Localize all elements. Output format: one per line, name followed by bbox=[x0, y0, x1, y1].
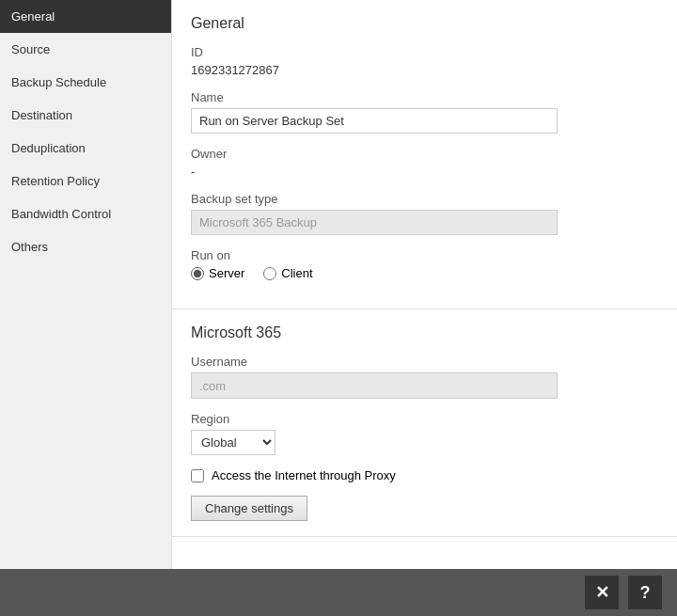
region-label: Region bbox=[191, 412, 658, 426]
name-label: Name bbox=[191, 90, 658, 104]
bottom-bar: ✕ ? bbox=[0, 569, 677, 616]
backup-set-type-field-group: Backup set type bbox=[191, 192, 658, 235]
help-button[interactable]: ? bbox=[628, 576, 662, 609]
region-select[interactable]: Global US EU Asia bbox=[191, 430, 276, 455]
close-button[interactable]: ✕ bbox=[585, 576, 619, 609]
run-on-client-option[interactable]: Client bbox=[263, 266, 312, 280]
proxy-checkbox[interactable] bbox=[191, 469, 204, 482]
sidebar-item-bandwidth-control[interactable]: Bandwidth Control bbox=[0, 197, 171, 230]
sidebar-item-backup-schedule[interactable]: Backup Schedule bbox=[0, 66, 171, 99]
id-field-group: ID 1692331272867 bbox=[191, 45, 658, 77]
sidebar-item-deduplication[interactable]: Deduplication bbox=[0, 132, 171, 165]
backup-set-type-label: Backup set type bbox=[191, 192, 658, 206]
run-on-radio-group: Server Client bbox=[191, 266, 658, 280]
run-on-client-radio[interactable] bbox=[263, 267, 276, 280]
name-input[interactable] bbox=[191, 108, 558, 134]
username-display: .com bbox=[191, 372, 558, 399]
backup-set-type-input bbox=[191, 210, 558, 235]
region-field-group: Region Global US EU Asia bbox=[191, 412, 658, 455]
username-field-group: Username .com bbox=[191, 355, 658, 399]
owner-value: - bbox=[191, 165, 658, 179]
id-label: ID bbox=[191, 45, 658, 59]
sidebar-item-source[interactable]: Source bbox=[0, 33, 171, 66]
run-on-server-label: Server bbox=[209, 266, 244, 280]
sidebar: General Source Backup Schedule Destinati… bbox=[0, 0, 172, 569]
run-on-field-group: Run on Server Client bbox=[191, 248, 658, 280]
run-on-client-label: Client bbox=[281, 266, 312, 280]
run-on-server-radio[interactable] bbox=[191, 267, 204, 280]
content-area: General ID 1692331272867 Name Owner - Ba… bbox=[172, 0, 677, 569]
username-label: Username bbox=[191, 355, 658, 369]
owner-field-group: Owner - bbox=[191, 147, 658, 179]
proxy-checkbox-group: Access the Internet through Proxy bbox=[191, 468, 658, 482]
username-suffix: .com bbox=[199, 379, 226, 393]
run-on-server-option[interactable]: Server bbox=[191, 266, 244, 280]
sidebar-item-general[interactable]: General bbox=[0, 0, 171, 33]
general-section: General ID 1692331272867 Name Owner - Ba… bbox=[172, 0, 677, 309]
microsoft365-section: Microsoft 365 Username .com Region Globa… bbox=[172, 309, 677, 537]
general-section-title: General bbox=[191, 15, 658, 32]
sidebar-item-others[interactable]: Others bbox=[0, 230, 171, 263]
microsoft365-section-title: Microsoft 365 bbox=[191, 324, 658, 341]
sidebar-item-retention-policy[interactable]: Retention Policy bbox=[0, 165, 171, 197]
change-settings-button[interactable]: Change settings bbox=[191, 496, 307, 521]
run-on-label: Run on bbox=[191, 248, 658, 262]
id-value: 1692331272867 bbox=[191, 63, 658, 77]
sidebar-item-destination[interactable]: Destination bbox=[0, 99, 171, 132]
proxy-label[interactable]: Access the Internet through Proxy bbox=[212, 468, 396, 482]
owner-label: Owner bbox=[191, 147, 658, 161]
name-field-group: Name bbox=[191, 90, 658, 134]
